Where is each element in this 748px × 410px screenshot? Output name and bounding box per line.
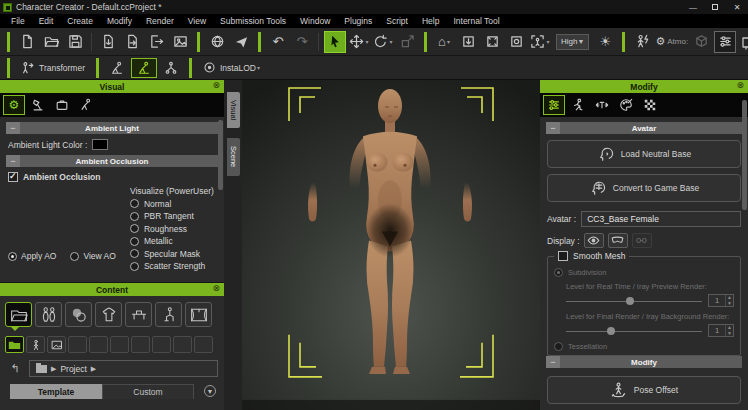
menu-create[interactable]: Create bbox=[60, 16, 100, 26]
final-level-spinbox[interactable]: 1 ▲▼ bbox=[708, 324, 734, 337]
menu-render[interactable]: Render bbox=[139, 16, 181, 26]
scale-tool-button[interactable] bbox=[396, 31, 418, 53]
transformer-button[interactable]: Transformer bbox=[16, 58, 90, 78]
home-view-button[interactable]: ⌂▾ bbox=[433, 31, 455, 53]
menu-internal-tool[interactable]: Internal Tool bbox=[446, 16, 506, 26]
camera-tab[interactable] bbox=[51, 95, 73, 115]
breadcrumb[interactable]: ▶ Project ▶ bbox=[29, 360, 218, 377]
media-export-button[interactable] bbox=[169, 31, 191, 53]
menu-window[interactable]: Window bbox=[293, 16, 337, 26]
avatar-name-field[interactable]: CC3_Base Female bbox=[581, 211, 741, 227]
visualize-metallic-radio[interactable] bbox=[130, 237, 139, 246]
display-eye-button[interactable] bbox=[584, 233, 604, 248]
fit-view-button[interactable] bbox=[457, 31, 479, 53]
quality-dropdown[interactable]: High▼ bbox=[556, 34, 589, 50]
display-mask-button[interactable] bbox=[608, 233, 628, 248]
undo-button[interactable]: ↶ bbox=[267, 31, 289, 53]
modify-section-bar[interactable]: − Modify bbox=[546, 356, 742, 368]
modify-attributes-tab[interactable] bbox=[543, 95, 565, 115]
menu-submission-tools[interactable]: Submission Tools bbox=[213, 16, 293, 26]
side-tab-scene[interactable]: Scene bbox=[227, 138, 240, 175]
ibl-button[interactable] bbox=[631, 31, 653, 53]
content-panel-close-icon[interactable]: ⊗ bbox=[212, 283, 220, 293]
visual-panel-scrollbar[interactable] bbox=[218, 120, 223, 190]
rotate-tool-button[interactable]: ▾ bbox=[372, 31, 394, 53]
save-project-button[interactable] bbox=[64, 31, 86, 53]
preferences-button[interactable] bbox=[714, 31, 736, 53]
tessellation-radio[interactable] bbox=[554, 342, 563, 351]
online-content-button[interactable] bbox=[206, 31, 228, 53]
edit-mesh-button[interactable] bbox=[131, 58, 157, 78]
smooth-mesh-checkbox[interactable] bbox=[558, 251, 568, 261]
redo-button[interactable]: ↷ bbox=[291, 31, 313, 53]
pose-display-tab[interactable] bbox=[75, 95, 97, 115]
select-tool-button[interactable] bbox=[324, 31, 346, 53]
category-accessory-tile[interactable] bbox=[125, 302, 152, 327]
visualize-normal-radio[interactable] bbox=[130, 199, 139, 208]
convert-to-game-base-button[interactable]: Convert to Game Base bbox=[547, 174, 741, 202]
modify-pose-tab[interactable] bbox=[567, 95, 589, 115]
realtime-level-spinbox[interactable]: 1 ▲▼ bbox=[708, 294, 734, 307]
category-animation-tile[interactable] bbox=[155, 302, 182, 327]
modify-morph-tab[interactable] bbox=[591, 95, 613, 115]
light-settings-button[interactable]: ☀ bbox=[594, 31, 616, 53]
visualize-pbr-tangent-radio[interactable] bbox=[130, 212, 139, 221]
category-material-tile[interactable] bbox=[65, 302, 92, 327]
edit-pose-button[interactable] bbox=[105, 58, 129, 78]
visualize-specular-mask-radio[interactable] bbox=[130, 249, 139, 258]
final-level-slider[interactable] bbox=[566, 326, 702, 336]
category-stage-tile[interactable] bbox=[185, 302, 212, 327]
category-cloth-tile[interactable] bbox=[95, 302, 122, 327]
modify-texture-tab[interactable] bbox=[639, 95, 661, 115]
export-document-button[interactable] bbox=[121, 31, 143, 53]
menu-help[interactable]: Help bbox=[415, 16, 446, 26]
skeleton-hierarchy-button[interactable] bbox=[159, 58, 183, 78]
subdivision-radio[interactable] bbox=[554, 268, 563, 277]
ambient-occlusion-section-bar[interactable]: − Ambient Occlusion bbox=[6, 155, 218, 167]
menu-file[interactable]: File bbox=[4, 16, 32, 26]
back-button[interactable]: ↰ bbox=[6, 361, 24, 376]
import-button[interactable] bbox=[97, 31, 119, 53]
maximize-button[interactable] bbox=[704, 0, 726, 14]
visualize-scatter-strength-radio[interactable] bbox=[130, 262, 139, 271]
new-project-button[interactable] bbox=[16, 31, 38, 53]
avatar-section-bar[interactable]: − Avatar bbox=[546, 122, 742, 134]
subcategory-avatar-tile[interactable] bbox=[26, 336, 45, 353]
expand-tabs-button[interactable]: ▼ bbox=[204, 385, 216, 397]
side-tab-visual[interactable]: Visual bbox=[227, 92, 240, 128]
apply-ao-radio[interactable] bbox=[8, 252, 17, 261]
pose-offset-button[interactable]: Pose Offset bbox=[547, 376, 741, 404]
visualize-roughness-radio[interactable] bbox=[130, 224, 139, 233]
subcategory-image-tile[interactable] bbox=[47, 336, 66, 353]
3d-scene-button[interactable] bbox=[690, 31, 712, 53]
send-to-button[interactable] bbox=[230, 31, 252, 53]
move-tool-button[interactable]: ▾ bbox=[348, 31, 370, 53]
visual-settings-tab[interactable]: ⚙ bbox=[3, 95, 25, 115]
viewport-3d[interactable] bbox=[242, 80, 540, 410]
category-template-tile[interactable] bbox=[5, 302, 32, 327]
menu-modify[interactable]: Modify bbox=[100, 16, 139, 26]
realtime-level-slider[interactable] bbox=[566, 296, 702, 306]
light-tab[interactable] bbox=[27, 95, 49, 115]
tab-custom[interactable]: Custom bbox=[102, 384, 194, 399]
render-button[interactable] bbox=[738, 31, 748, 53]
breadcrumb-project[interactable]: Project bbox=[60, 364, 86, 374]
frame-all-button[interactable]: ▾ bbox=[529, 31, 551, 53]
subcategory-folder-tile[interactable] bbox=[5, 336, 24, 353]
slider-thumb[interactable] bbox=[607, 327, 615, 335]
close-button[interactable]: ✕ bbox=[726, 0, 748, 14]
menu-view[interactable]: View bbox=[181, 16, 213, 26]
ambient-occlusion-checkbox[interactable] bbox=[8, 172, 18, 182]
expand-view-button[interactable] bbox=[481, 31, 503, 53]
instalod-button[interactable]: InstaLOD ▾ bbox=[198, 58, 265, 78]
menu-script[interactable]: Script bbox=[379, 16, 415, 26]
modify-appearance-tab[interactable] bbox=[615, 95, 637, 115]
ambient-light-color-swatch[interactable] bbox=[92, 139, 108, 150]
ambient-light-section-bar[interactable]: − Ambient Light bbox=[6, 122, 218, 134]
modify-panel-scrollbar[interactable] bbox=[742, 100, 747, 210]
spin-arrows-icon[interactable]: ▲▼ bbox=[725, 325, 733, 336]
load-neutral-base-button[interactable]: Load Neutral Base bbox=[547, 140, 741, 168]
tab-template[interactable]: Template bbox=[10, 384, 102, 399]
atmosphere-button[interactable]: ⚙Atmo: bbox=[655, 31, 688, 53]
slider-thumb[interactable] bbox=[626, 297, 634, 305]
